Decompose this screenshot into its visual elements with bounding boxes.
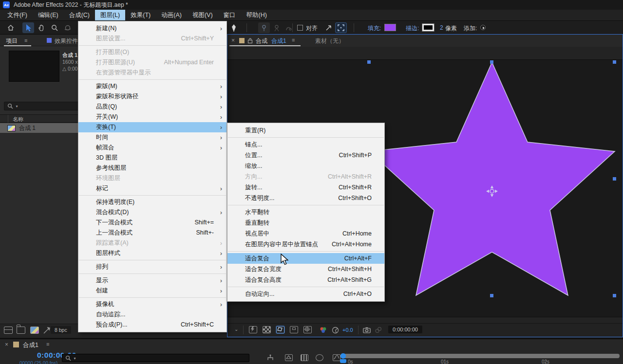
playhead-indicator[interactable] [340, 359, 346, 363]
exposure-value[interactable]: +0.0 [342, 327, 353, 333]
menu-item[interactable]: 重置(R) [227, 125, 384, 136]
menu-item[interactable]: 预合成(P)...Ctrl+Shift+C [78, 320, 227, 330]
menu-item[interactable]: 图层样式› [78, 248, 227, 258]
menu-item[interactable]: 自动定向...Ctrl+Alt+O [227, 289, 384, 299]
render-queue-icon[interactable] [4, 327, 13, 334]
menubar-item[interactable]: 合成(C) [64, 10, 95, 20]
selection-handle[interactable] [613, 177, 616, 181]
menu-item[interactable]: 帧混合› [78, 143, 227, 153]
menu-item[interactable]: 旋转...Ctrl+Shift+R [227, 182, 384, 193]
name-column-header[interactable]: 名称 [13, 116, 23, 123]
exposure-icon[interactable] [332, 327, 339, 334]
orbit-camera-tool[interactable] [62, 22, 74, 33]
frame-blend-icon[interactable] [301, 354, 308, 361]
puppet-starch-pin-tool[interactable] [271, 22, 283, 33]
menu-item[interactable]: 标记› [78, 183, 227, 194]
zoom-tool[interactable] [49, 22, 60, 33]
menu-item[interactable]: 位置...Ctrl+Shift+P [227, 150, 384, 161]
menu-item[interactable]: 新建(N)› [78, 23, 227, 34]
selection-handle[interactable] [490, 294, 493, 297]
mask-visibility-icon[interactable] [290, 326, 298, 333]
menu-item[interactable]: 混合模式(D)› [78, 207, 227, 218]
menu-item[interactable]: 创建› [78, 286, 227, 296]
add-shape-button[interactable] [480, 25, 486, 30]
show-snapshot-icon[interactable] [375, 327, 382, 334]
menubar-item[interactable]: 视图(V) [187, 10, 218, 20]
menubar-item[interactable]: 文件(F) [2, 10, 33, 20]
new-composition-icon[interactable] [30, 327, 39, 334]
selection-handle[interactable] [367, 60, 371, 64]
menu-item[interactable]: 时间› [78, 132, 227, 143]
menu-item[interactable]: 变换(T)› [78, 122, 227, 132]
menu-item[interactable]: 开关(W)› [78, 112, 227, 122]
menu-item[interactable]: 保持透明度(E) [78, 197, 227, 207]
puppet-position-pin-tool[interactable] [258, 22, 270, 33]
menu-item[interactable]: 蒙版(M)› [78, 81, 227, 91]
menu-item[interactable]: 下一混合模式Shift+= [78, 218, 227, 228]
align-checkbox[interactable] [297, 25, 303, 31]
stroke-width-value[interactable]: 2 [440, 24, 443, 31]
lock-icon[interactable] [247, 37, 253, 44]
snapshot-camera-icon[interactable] [363, 327, 371, 333]
menubar-item[interactable]: 动画(A) [156, 10, 187, 20]
channel-icon[interactable] [319, 327, 327, 334]
fill-color-swatch[interactable] [384, 24, 396, 31]
grid-guides-icon[interactable] [303, 326, 312, 333]
tab-effect-controls[interactable]: 效果控件 [55, 37, 78, 45]
selection-handle[interactable] [613, 294, 616, 297]
timeline-navigator-bar[interactable] [341, 354, 620, 358]
viewer-current-time[interactable]: 0:00:00:00 [388, 326, 422, 333]
selection-handle[interactable] [490, 60, 493, 64]
menu-item[interactable]: 锚点... [227, 139, 384, 150]
menu-item[interactable]: 水平翻转 [227, 207, 384, 218]
region-of-interest-icon[interactable] [276, 326, 284, 333]
menu-item[interactable]: 垂直翻转 [227, 218, 384, 228]
navigator-start-handle[interactable] [340, 353, 346, 359]
node-arrow-icon[interactable] [322, 22, 334, 33]
fast-previews-icon[interactable] [249, 326, 257, 333]
stroke-label[interactable]: 描边: [406, 24, 419, 33]
menu-item[interactable]: 上一混合模式Shift+- [78, 228, 227, 238]
menu-item[interactable]: 蒙版和形状路径› [78, 91, 227, 102]
fill-label[interactable]: 填充: [368, 24, 381, 33]
close-tab-icon[interactable]: × [231, 37, 235, 44]
menubar-item[interactable]: 图层(L) [95, 10, 125, 20]
menu-item[interactable]: 排列› [78, 262, 227, 272]
chevron-down-icon[interactable]: ⌄ [234, 327, 238, 332]
menu-item[interactable]: 视点居中Ctrl+Home [227, 228, 384, 239]
panel-menu-icon[interactable]: ≡ [292, 37, 295, 43]
menubar-item[interactable]: 帮助(H) [241, 10, 272, 20]
menubar-item[interactable]: 窗口 [218, 10, 241, 20]
panel-menu-icon[interactable]: ≡ [46, 341, 49, 347]
menubar-item[interactable]: 编辑(E) [33, 10, 64, 20]
bpc-button[interactable]: 8 bpc [51, 326, 71, 334]
hand-tool[interactable] [36, 22, 48, 33]
menu-item[interactable]: 不透明度...Ctrl+Shift+O [227, 193, 384, 203]
timeline-tab[interactable]: 合成1 [23, 341, 38, 349]
comp-mini-flowchart-icon[interactable] [267, 354, 275, 361]
close-tab-icon[interactable]: × [5, 341, 8, 348]
panel-menu-icon[interactable]: ≡ [24, 37, 27, 43]
menu-item[interactable]: 自动追踪... [78, 309, 227, 320]
menu-item[interactable]: 缩放... [227, 161, 384, 171]
selection-tool[interactable] [22, 22, 34, 33]
menu-item[interactable]: 适合复合宽度Ctrl+Alt+Shift+H [227, 264, 384, 274]
menu-item[interactable]: 在图层内容中居中放置锚点Ctrl+Alt+Home [227, 239, 384, 250]
new-folder-icon[interactable] [17, 327, 25, 334]
timeline-search-input[interactable]: ▾ [62, 354, 249, 362]
selection-handle[interactable] [613, 60, 616, 64]
draft-3d-icon[interactable] [285, 354, 293, 361]
stroke-color-swatch[interactable] [422, 24, 434, 31]
menu-item[interactable]: 参考线图层 [78, 163, 227, 173]
mask-region-icon[interactable] [335, 22, 347, 33]
menu-item[interactable]: 品质(Q)› [78, 102, 227, 112]
viewer-active-tab[interactable]: 合成1 [271, 37, 286, 45]
menu-item[interactable]: 显示› [78, 275, 227, 286]
tab-project[interactable]: 项目 [6, 37, 18, 45]
graph-editor-icon[interactable] [333, 354, 340, 361]
footage-tab[interactable]: 素材（无） [315, 37, 344, 45]
menu-item[interactable]: 3D 图层 [78, 153, 227, 163]
menu-item[interactable]: 适合复合Ctrl+Alt+F [227, 253, 384, 264]
transparency-grid-icon[interactable] [263, 326, 271, 333]
home-button[interactable] [5, 22, 17, 33]
